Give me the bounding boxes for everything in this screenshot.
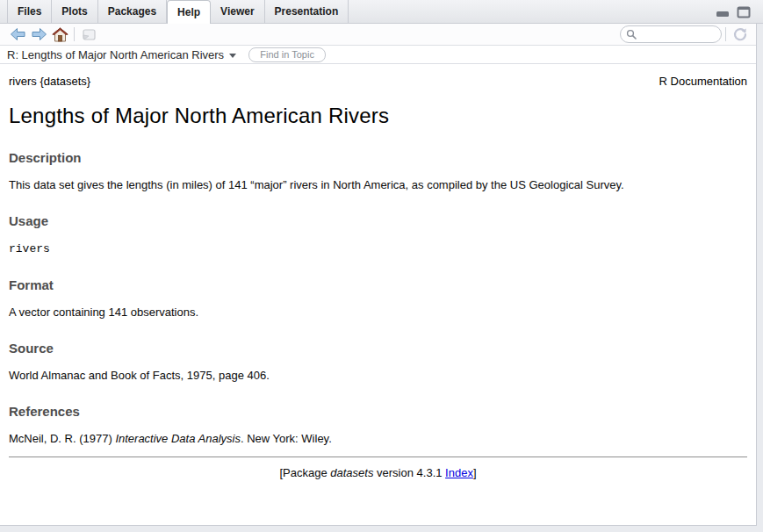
- footer-divider: [9, 457, 747, 457]
- help-toolbar: [0, 24, 756, 46]
- doc-footer: [Package datasets version 4.3.1 Index]: [9, 466, 747, 479]
- help-search-box[interactable]: [620, 25, 722, 43]
- home-icon[interactable]: [49, 25, 70, 44]
- references-text: McNeil, D. R. (1977) Interactive Data An…: [9, 432, 747, 445]
- tab-viewer[interactable]: Viewer: [211, 0, 264, 23]
- tab-packages-label: Packages: [108, 5, 156, 18]
- help-document: rivers {datasets} R Documentation Length…: [0, 64, 756, 525]
- page-title: Lengths of Major North American Rivers: [9, 104, 747, 128]
- topic-id: rivers {datasets}: [9, 75, 90, 88]
- maximize-pane-icon[interactable]: [737, 6, 751, 18]
- format-text: A vector containing 141 observations.: [9, 306, 747, 319]
- references-after: . New York: Wiley.: [241, 432, 332, 445]
- back-arrow-icon[interactable]: [7, 25, 28, 44]
- section-heading-source: Source: [9, 341, 747, 356]
- description-text: This data set gives the lengths (in mile…: [9, 178, 747, 191]
- section-heading-references: References: [9, 404, 747, 419]
- tab-files-label: Files: [18, 5, 41, 18]
- topic-selector[interactable]: R: Lengths of Major North American River…: [7, 48, 236, 61]
- topic-title-label: R: Lengths of Major North American River…: [7, 48, 224, 61]
- section-heading-usage: Usage: [9, 213, 747, 228]
- tab-presentation[interactable]: Presentation: [265, 0, 349, 23]
- footer-suffix: ]: [473, 466, 477, 479]
- tab-packages[interactable]: Packages: [98, 0, 167, 23]
- footer-package-name: datasets: [330, 466, 373, 479]
- popout-window-icon[interactable]: [78, 25, 99, 44]
- tab-viewer-label: Viewer: [220, 5, 254, 18]
- r-documentation-label: R Documentation: [659, 75, 747, 88]
- search-icon: [626, 29, 637, 40]
- references-book-title: Interactive Data Analysis: [115, 432, 241, 445]
- tab-files[interactable]: Files: [7, 0, 52, 23]
- footer-prefix: [Package: [279, 466, 330, 479]
- chevron-down-icon: [229, 54, 236, 58]
- topic-bar: R: Lengths of Major North American River…: [0, 46, 756, 64]
- references-before: McNeil, D. R. (1977): [9, 432, 115, 445]
- section-heading-description: Description: [9, 150, 747, 165]
- tab-plots-label: Plots: [61, 5, 87, 18]
- tab-help[interactable]: Help: [167, 0, 211, 24]
- help-pane: Files Plots Packages Help Viewer Present…: [0, 0, 757, 526]
- refresh-icon[interactable]: [730, 25, 751, 44]
- usage-code: rivers: [9, 242, 747, 255]
- footer-middle: version 4.3.1: [373, 466, 445, 479]
- forward-arrow-icon[interactable]: [28, 25, 49, 44]
- tabs: Files Plots Packages Help Viewer Present…: [0, 0, 349, 23]
- tab-plots[interactable]: Plots: [52, 0, 97, 23]
- source-text: World Almanac and Book of Facts, 1975, p…: [9, 369, 747, 382]
- tab-presentation-label: Presentation: [275, 5, 339, 18]
- help-search-input[interactable]: [640, 29, 716, 40]
- toolbar-separator: [74, 27, 75, 41]
- pane-tab-bar: Files Plots Packages Help Viewer Present…: [0, 0, 763, 24]
- minimize-pane-icon[interactable]: [716, 6, 730, 18]
- toolbar-separator-2: [725, 27, 726, 41]
- find-in-topic-input[interactable]: [248, 47, 326, 62]
- section-heading-format: Format: [9, 277, 747, 292]
- tab-help-label: Help: [177, 6, 200, 18]
- index-link[interactable]: Index: [445, 466, 473, 479]
- pane-window-controls: [716, 0, 751, 24]
- doc-meta-row: rivers {datasets} R Documentation: [9, 75, 747, 88]
